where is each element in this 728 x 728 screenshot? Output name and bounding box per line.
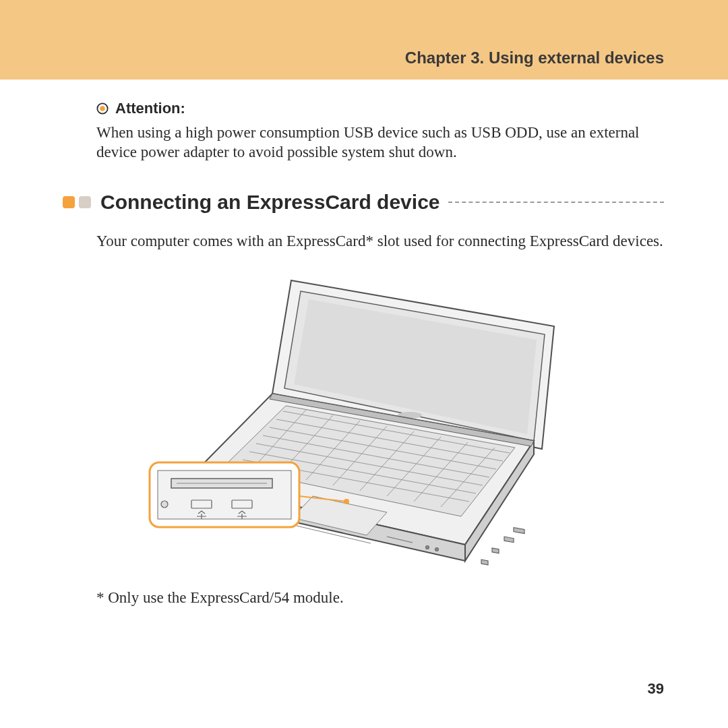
svg-point-39 — [161, 501, 168, 508]
page-content: Attention: When using a high power consu… — [0, 80, 728, 608]
attention-heading-row: Attention: — [96, 100, 664, 117]
figure-container — [96, 267, 664, 570]
svg-point-1 — [100, 106, 105, 111]
section-heading: Connecting an ExpressCard device — [100, 191, 440, 214]
page-number: 39 — [648, 680, 664, 698]
attention-bullet-icon — [96, 102, 109, 115]
attention-label: Attention: — [115, 100, 185, 117]
svg-rect-31 — [481, 559, 488, 565]
svg-point-33 — [426, 546, 429, 549]
section-heading-row: Connecting an ExpressCard device — [63, 191, 664, 214]
laptop-expresscard-illustration — [144, 267, 616, 570]
svg-point-43 — [344, 499, 349, 504]
chapter-title: Chapter 3. Using external devices — [405, 49, 664, 67]
svg-point-34 — [435, 548, 439, 551]
svg-rect-36 — [158, 471, 291, 519]
bullet-square-orange-icon — [63, 196, 75, 208]
svg-rect-30 — [492, 548, 499, 553]
section-intro-text: Your computer comes with an ExpressCard*… — [96, 231, 664, 251]
header-bar: Chapter 3. Using external devices — [0, 0, 728, 80]
heading-dashed-line — [448, 202, 665, 203]
svg-rect-28 — [514, 528, 524, 534]
section-footnote: * Only use the ExpressCard/54 module. — [96, 588, 664, 607]
bullet-square-gray-icon — [79, 196, 91, 208]
svg-rect-29 — [504, 537, 514, 542]
attention-text: When using a high power consumption USB … — [96, 123, 664, 162]
